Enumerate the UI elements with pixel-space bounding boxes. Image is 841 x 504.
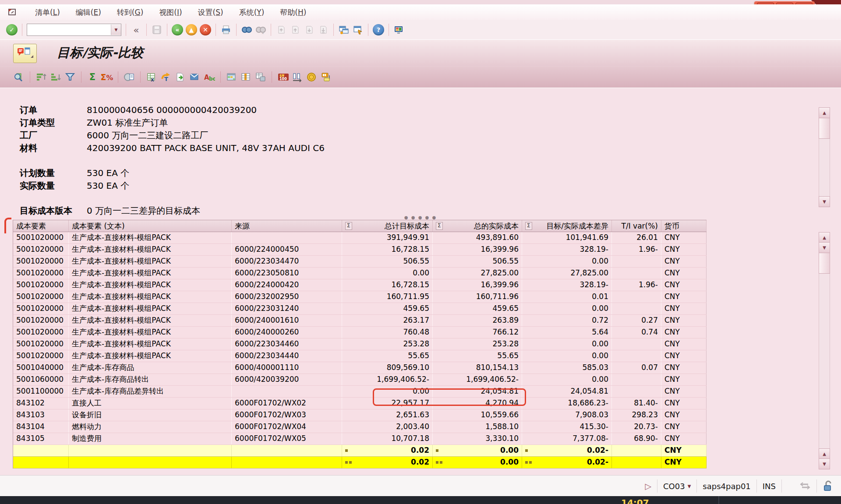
back-icon[interactable]: «: [172, 24, 183, 35]
table-cell[interactable]: CNY: [661, 279, 707, 291]
table-cell[interactable]: 810,154.13: [433, 362, 522, 374]
scroll-up-icon[interactable]: ▲: [819, 232, 830, 243]
table-cell[interactable]: 6000F01702/WX03: [232, 409, 342, 421]
table-cell[interactable]: 328.19-: [522, 279, 612, 291]
table-cell[interactable]: 0.00: [433, 457, 522, 468]
table-cell[interactable]: 81.40-: [612, 398, 661, 409]
scrollbar-thumb[interactable]: [819, 253, 830, 274]
first-page-icon[interactable]: [276, 24, 287, 35]
column-header[interactable]: Σ总计目标成本: [342, 220, 433, 232]
table-cell[interactable]: [232, 457, 342, 468]
scroll-down-icon[interactable]: ▼: [819, 242, 830, 253]
table-row[interactable]: 843102直接人工6000F01702/WX0222,957.174,270.…: [13, 398, 707, 409]
table-cell[interactable]: 0.00: [342, 386, 433, 397]
table-cell[interactable]: 5001020000: [13, 244, 69, 255]
table-cell[interactable]: 10,559.66: [433, 409, 522, 421]
table-cell[interactable]: CNY: [661, 232, 707, 243]
table-cell[interactable]: CNY: [661, 303, 707, 314]
table-cell[interactable]: 55.65: [433, 350, 522, 362]
table-cell[interactable]: 7,908.03: [522, 409, 612, 421]
table-cell[interactable]: 101,941.69: [522, 232, 612, 243]
word-processing-icon[interactable]: T: [160, 71, 172, 83]
response-indicator-icon[interactable]: ▷: [645, 481, 651, 491]
table-cell[interactable]: [69, 457, 232, 468]
table-cell[interactable]: 6000/223034460: [232, 338, 342, 350]
last-page-icon[interactable]: [318, 24, 329, 35]
table-cell[interactable]: 生产成本-直接材料-模组PACK: [69, 303, 232, 314]
table-cell[interactable]: 6000/240000260: [232, 327, 342, 338]
services-for-object-button[interactable]: [13, 44, 37, 63]
table-cell[interactable]: 253.28: [342, 338, 433, 350]
table-cell[interactable]: 生产成本-直接材料-模组PACK: [69, 279, 232, 291]
table-cell[interactable]: 6000/223034440: [232, 350, 342, 362]
table-cell[interactable]: 5001040000: [13, 362, 69, 374]
table-row[interactable]: 843104燃料动力6000F01702/WX042,003.401,588.1…: [13, 421, 707, 433]
table-cell[interactable]: 3,330.10: [433, 433, 522, 444]
set-filter-icon[interactable]: [64, 71, 76, 83]
grand-row[interactable]: 0.020.000.02-CNY: [13, 457, 707, 469]
table-cell[interactable]: 0.00: [522, 256, 612, 267]
table-cell[interactable]: 5001020000: [13, 232, 69, 243]
table-cell[interactable]: 68.90-: [612, 433, 661, 444]
table-cell[interactable]: CNY: [661, 315, 707, 326]
table-cell[interactable]: 459.65: [342, 303, 433, 314]
table-cell[interactable]: 6000/224000420: [232, 279, 342, 291]
column-header[interactable]: 成本要素: [13, 220, 69, 232]
table-cell[interactable]: 1.96-: [612, 244, 661, 255]
table-cell[interactable]: 6000F01702/WX05: [232, 433, 342, 444]
table-cell[interactable]: CNY: [661, 338, 707, 350]
table-cell[interactable]: 生产成本-直接材料-模组PACK: [69, 232, 232, 243]
table-cell[interactable]: 843103: [13, 409, 69, 421]
column-header[interactable]: Σ目标/实际成本差异: [522, 220, 612, 232]
find-icon[interactable]: [241, 24, 252, 35]
table-cell[interactable]: 843105: [13, 433, 69, 444]
table-cell[interactable]: 6000F01702/WX02: [232, 398, 342, 409]
table-cell[interactable]: 5001020000: [13, 291, 69, 303]
table-cell[interactable]: 6000/223034470: [232, 256, 342, 267]
table-cell[interactable]: 生产成本-直接材料-模组PACK: [69, 327, 232, 338]
table-cell[interactable]: 0.02: [342, 445, 433, 456]
scroll-down-icon[interactable]: ▼: [819, 458, 830, 469]
table-cell[interactable]: 16,728.15: [342, 279, 433, 291]
table-row[interactable]: 5001020000生产成本-直接材料-模组PACK391,949.91493,…: [13, 232, 707, 244]
table-cell[interactable]: 5001020000: [13, 268, 69, 279]
table-cell[interactable]: 843102: [13, 398, 69, 409]
table-cell[interactable]: 生产成本-直接材料-模组PACK: [69, 291, 232, 303]
table-cell[interactable]: [612, 338, 661, 350]
doc-currency-icon[interactable]: [124, 71, 135, 83]
performance-icon[interactable]: [799, 482, 811, 490]
table-cell[interactable]: 0.00: [342, 268, 433, 279]
table-cell[interactable]: [612, 303, 661, 314]
table-cell[interactable]: 5001020000: [13, 279, 69, 291]
table-cell[interactable]: 24,054.81: [433, 386, 522, 397]
table-cell[interactable]: CNY: [661, 291, 707, 303]
table-cell[interactable]: 263.89: [433, 315, 522, 326]
table-cell[interactable]: 生产成本-直接材料-模组PACK: [69, 244, 232, 255]
table-cell[interactable]: [612, 268, 661, 279]
table-cell[interactable]: 26.01: [612, 232, 661, 243]
exit-icon[interactable]: ▲: [186, 24, 197, 35]
table-cell[interactable]: 生产成本-库存商品差异转出: [69, 386, 232, 397]
column-config-icon[interactable]: [292, 71, 303, 83]
table-cell[interactable]: CNY: [661, 457, 707, 468]
table-row[interactable]: 5001020000生产成本-直接材料-模组PACK6000/223050810…: [13, 268, 707, 279]
table-cell[interactable]: 263.17: [342, 315, 433, 326]
table-cell[interactable]: 5001060000: [13, 374, 69, 385]
table-cell[interactable]: 391,949.91: [342, 232, 433, 243]
table-cell[interactable]: [13, 457, 69, 468]
table-cell[interactable]: 生产成本-直接材料-模组PACK: [69, 350, 232, 362]
table-cell[interactable]: CNY: [661, 374, 707, 385]
print-icon[interactable]: [220, 24, 232, 35]
table-cell[interactable]: 5001020000: [13, 350, 69, 362]
table-cell[interactable]: 415.30-: [522, 421, 612, 433]
system-menu-icon[interactable]: [8, 8, 18, 17]
previous-page-icon[interactable]: [290, 24, 301, 35]
cancel-icon[interactable]: ✕: [200, 24, 211, 35]
table-cell[interactable]: CNY: [661, 445, 707, 456]
table-row[interactable]: 5001020000生产成本-直接材料-模组PACK6000/240000260…: [13, 327, 707, 338]
sort-descending-icon[interactable]: [50, 71, 61, 83]
column-header[interactable]: Σ总的实际成本: [433, 220, 522, 232]
table-cell[interactable]: 253.28: [433, 338, 522, 350]
table-cell[interactable]: 5001020000: [13, 315, 69, 326]
table-cell[interactable]: [232, 232, 342, 243]
